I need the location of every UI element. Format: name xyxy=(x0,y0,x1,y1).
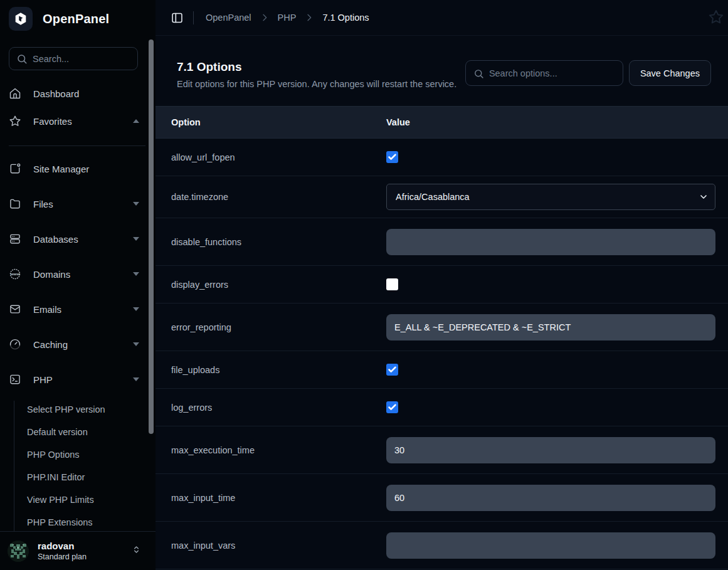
option-row: max_execution_time xyxy=(156,426,728,474)
submenu-php-options[interactable]: PHP Options xyxy=(14,443,156,466)
options-search-input[interactable] xyxy=(466,61,623,85)
search-icon xyxy=(16,53,28,65)
sidebar-toggle-icon[interactable] xyxy=(171,11,184,24)
favorite-page-star-icon[interactable] xyxy=(708,9,724,28)
sidebar-item-site-manager[interactable]: Site Manager xyxy=(0,151,156,186)
option-checkbox[interactable] xyxy=(386,401,398,413)
option-input[interactable] xyxy=(386,314,715,340)
option-label: log_errors xyxy=(171,403,386,413)
mail-icon xyxy=(9,303,21,315)
option-row: max_input_time xyxy=(156,474,728,522)
user-name: radovan xyxy=(38,541,87,551)
option-row: date.timezoneAfrica/Casablanca xyxy=(156,176,728,218)
option-input[interactable] xyxy=(386,229,715,255)
sidebar-item-label: Databases xyxy=(33,234,78,245)
sidebar-item-label: PHP xyxy=(33,374,53,385)
save-changes-button[interactable]: Save Changes xyxy=(629,60,711,86)
option-row: log_errors xyxy=(156,389,728,426)
option-select[interactable]: Africa/Casablanca xyxy=(386,184,715,210)
sidebar-nav: Dashboard Favorites Site Manager Files xyxy=(0,80,156,534)
submenu-php-ini-editor[interactable]: PHP.INI Editor xyxy=(14,466,156,488)
option-label: display_errors xyxy=(171,280,386,290)
chevron-right-icon xyxy=(260,13,270,23)
brand: OpenPanel xyxy=(0,0,156,31)
sidebar-item-label: Emails xyxy=(33,304,61,315)
option-row: display_errors xyxy=(156,266,728,303)
sidebar-search xyxy=(9,47,138,70)
option-label: allow_url_fopen xyxy=(171,152,386,162)
site-manager-icon xyxy=(9,162,21,175)
sidebar-item-label: Site Manager xyxy=(33,164,89,174)
sidebar-item-php[interactable]: PHP xyxy=(0,362,156,397)
option-checkbox[interactable] xyxy=(386,151,398,163)
home-icon xyxy=(9,87,21,100)
avatar xyxy=(8,541,29,562)
sidebar-item-caching[interactable]: Caching xyxy=(0,327,156,362)
breadcrumb: OpenPanel PHP 7.1 Options xyxy=(206,13,369,23)
gauge-icon xyxy=(9,338,21,351)
option-label: date.timezone xyxy=(171,192,386,202)
option-input[interactable] xyxy=(386,437,715,463)
sidebar-item-domains[interactable]: www Domains xyxy=(0,256,156,292)
option-checkbox[interactable] xyxy=(386,278,398,290)
breadcrumb-current: 7.1 Options xyxy=(322,13,369,23)
caret-down-icon xyxy=(133,272,139,276)
option-label: file_uploads xyxy=(171,365,386,375)
svg-text:www: www xyxy=(10,272,20,276)
sidebar-item-emails[interactable]: Emails xyxy=(0,292,156,327)
sidebar: OpenPanel Dashboard Favorites Site Manag… xyxy=(0,0,156,570)
option-checkbox[interactable] xyxy=(386,364,398,376)
star-icon xyxy=(9,115,21,127)
user-menu[interactable]: radovan Standard plan xyxy=(0,531,156,570)
search-icon xyxy=(473,68,484,79)
option-label: max_execution_time xyxy=(171,445,386,455)
sidebar-item-databases[interactable]: Databases xyxy=(0,221,156,256)
submenu-select-php-version[interactable]: Select PHP version xyxy=(14,398,156,421)
option-label: max_input_time xyxy=(171,493,386,503)
sidebar-item-label: Favorites xyxy=(33,116,72,127)
sidebar-scrollbar-thumb[interactable] xyxy=(149,40,154,434)
sidebar-item-files[interactable]: Files xyxy=(0,186,156,221)
submenu-view-php-limits[interactable]: View PHP Limits xyxy=(14,488,156,511)
column-option: Option xyxy=(171,117,386,127)
option-label: error_reporting xyxy=(171,322,386,332)
page-title: 7.1 Options xyxy=(177,60,456,74)
breadcrumb-openpanel[interactable]: OpenPanel xyxy=(206,13,251,23)
user-plan: Standard plan xyxy=(38,552,87,561)
folder-icon xyxy=(9,198,21,210)
options-table: Option Value allow_url_fopendate.timezon… xyxy=(156,106,728,569)
sidebar-divider xyxy=(9,145,145,146)
database-server-icon xyxy=(9,233,21,245)
topbar: OpenPanel PHP 7.1 Options xyxy=(156,0,728,36)
globe-www-icon: www xyxy=(9,268,21,280)
breadcrumb-php[interactable]: PHP xyxy=(278,13,297,23)
sidebar-item-dashboard[interactable]: Dashboard xyxy=(0,80,156,107)
option-input[interactable] xyxy=(386,485,715,511)
submenu-php-extensions[interactable]: PHP Extensions xyxy=(14,511,156,534)
option-label: max_input_vars xyxy=(171,541,386,551)
page-header: 7.1 Options Edit options for this PHP ve… xyxy=(156,36,728,89)
sidebar-item-label: Files xyxy=(33,199,53,209)
column-value: Value xyxy=(386,117,410,127)
caret-down-icon xyxy=(133,307,139,311)
options-search xyxy=(465,60,623,86)
openpanel-logo-icon xyxy=(9,7,33,31)
options-table-rows: allow_url_fopendate.timezoneAfrica/Casab… xyxy=(156,139,728,569)
submenu-default-version[interactable]: Default version xyxy=(14,421,156,443)
chevrons-up-down-icon xyxy=(131,544,142,557)
brand-name: OpenPanel xyxy=(43,12,109,26)
option-row: allow_url_fopen xyxy=(156,139,728,176)
sidebar-item-favorites[interactable]: Favorites xyxy=(0,107,156,135)
main-content: OpenPanel PHP 7.1 Options 7.1 Options Ed… xyxy=(156,0,728,570)
option-input[interactable] xyxy=(386,532,715,559)
option-row: disable_functions xyxy=(156,218,728,266)
sidebar-search-input[interactable] xyxy=(9,48,137,70)
chevron-right-icon xyxy=(304,13,314,23)
caret-down-icon xyxy=(133,202,139,206)
sidebar-item-label: Dashboard xyxy=(33,88,79,99)
page-description: Edit options for this PHP version. Any c… xyxy=(177,79,456,89)
sidebar-item-label: Domains xyxy=(33,269,70,280)
option-row: max_input_vars xyxy=(156,522,728,569)
options-table-header: Option Value xyxy=(156,106,728,139)
option-label: disable_functions xyxy=(171,237,386,247)
